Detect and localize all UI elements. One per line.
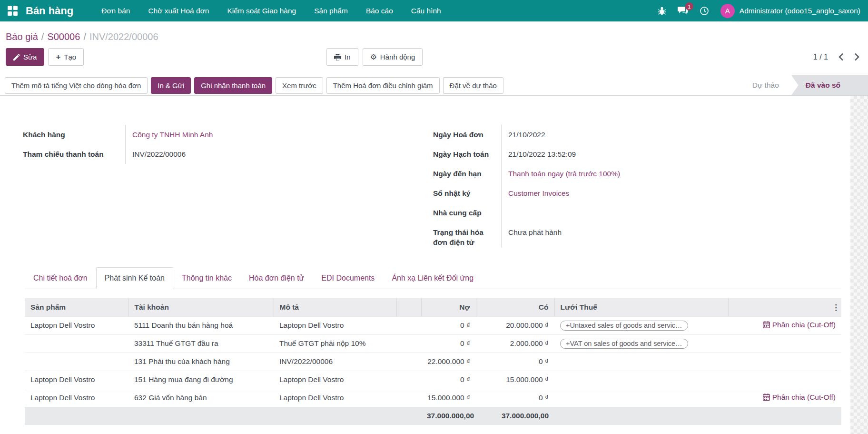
col-header-tax-grid[interactable]: Lưới Thuế bbox=[554, 298, 728, 316]
cell-debit: 0 ₫ bbox=[421, 334, 476, 353]
messages-badge: 1 bbox=[685, 2, 693, 10]
debug-bug-icon[interactable] bbox=[658, 6, 666, 16]
cell-description: Laptopn Dell Vostro bbox=[274, 371, 396, 389]
reset-to-draft-button[interactable]: Đặt về dự thảo bbox=[443, 77, 503, 94]
field-value-vendor bbox=[501, 203, 725, 222]
cell-account: 5111 Doanh thu bán hàng hoá bbox=[128, 316, 274, 334]
cell-debit: 15.000.000 ₫ bbox=[421, 389, 476, 407]
calendar-icon bbox=[763, 394, 770, 401]
printer-icon bbox=[334, 54, 341, 61]
field-value-accounting-date: 21/10/2022 13:52:09 bbox=[501, 144, 725, 164]
print-and-send-button[interactable]: In & Gửi bbox=[151, 77, 191, 94]
field-label-journal: Sổ nhật ký bbox=[432, 183, 501, 203]
preview-button[interactable]: Xem trước bbox=[276, 77, 323, 94]
breadcrumb-link-s00006[interactable]: S00006 bbox=[47, 31, 80, 42]
menu-san-pham[interactable]: Sản phẩm bbox=[305, 0, 357, 21]
document-buttons: In ⚙ Hành động bbox=[326, 48, 423, 66]
menu-cho-xuat-hoa-don[interactable]: Chờ xuất Hoá đơn bbox=[139, 0, 218, 21]
menu-cau-hinh[interactable]: Cấu hình bbox=[402, 0, 450, 21]
table-footer-row: 37.000.000,00 37.000.000,00 bbox=[25, 407, 841, 425]
statusbar: Thêm mô tả tiếng Việt cho dòng hóa đơn I… bbox=[0, 75, 868, 96]
apps-grid-icon[interactable] bbox=[8, 6, 18, 16]
gear-icon: ⚙ bbox=[370, 52, 377, 61]
record-buttons: Sửa + Tạo bbox=[6, 48, 84, 66]
col-header-debit[interactable]: Nợ bbox=[421, 298, 476, 316]
cell-product bbox=[25, 334, 128, 353]
breadcrumb: Báo giá/S00006/INV/2022/00006 bbox=[6, 31, 158, 42]
cell-debit: 0 ₫ bbox=[421, 371, 476, 389]
cell-product: Laptopn Dell Vostro bbox=[25, 371, 128, 389]
tab-einvoice[interactable]: Hóa đơn điện tử bbox=[240, 267, 313, 289]
pager-next-chevron-right-icon[interactable] bbox=[854, 53, 859, 61]
cutoff-link[interactable]: Phân chia (Cut-Off) bbox=[763, 393, 836, 402]
state-draft[interactable]: Dự thảo bbox=[747, 75, 791, 95]
breadcrumb-link-bao-gia[interactable]: Báo giá bbox=[6, 31, 38, 42]
menu-bao-cao[interactable]: Báo cáo bbox=[357, 0, 402, 21]
cell-description: Thuế GTGT phải nộp 10% bbox=[274, 334, 396, 353]
systray: 1 A Administrator (odoo15_anglo_saxon) bbox=[658, 4, 868, 18]
cutoff-link[interactable]: Phân chia (Cut-Off) bbox=[763, 321, 836, 329]
tab-journal-items[interactable]: Phát sinh Kế toán bbox=[96, 267, 173, 289]
add-vietnamese-description-button[interactable]: Thêm mô tả tiếng Việt cho dòng hóa đơn bbox=[5, 77, 148, 94]
user-avatar[interactable]: A bbox=[720, 4, 735, 18]
print-button[interactable]: In bbox=[326, 48, 358, 66]
field-label-vendor: Nhà cung cấp bbox=[432, 203, 501, 222]
pencil-icon bbox=[13, 54, 20, 61]
field-label-accounting-date: Ngày Hạch toán bbox=[432, 144, 501, 164]
menu-kiem-soat-giao-hang[interactable]: Kiểm soát Giao hàng bbox=[218, 0, 305, 21]
table-row[interactable]: Laptopn Dell Vostro 5111 Doanh thu bán h… bbox=[25, 316, 841, 334]
plus-icon: + bbox=[56, 52, 60, 62]
table-row[interactable]: 131 Phải thu của khách hàng INV/2022/000… bbox=[25, 353, 841, 371]
cell-credit: 2.000.000 ₫ bbox=[476, 334, 554, 353]
col-header-empty bbox=[396, 298, 421, 316]
table-row[interactable]: Laptopn Dell Vostro 632 Giá vốn hàng bán… bbox=[25, 389, 841, 407]
app-title[interactable]: Bán hàng bbox=[26, 5, 73, 17]
cell-account: 33311 Thuế GTGT đầu ra bbox=[128, 334, 274, 353]
state-posted[interactable]: Đã vào sổ bbox=[791, 75, 868, 95]
table-row[interactable]: 33311 Thuế GTGT đầu ra Thuế GTGT phải nộ… bbox=[25, 334, 841, 353]
breadcrumb-separator: / bbox=[83, 31, 86, 42]
pager-value[interactable]: 1 / 1 bbox=[813, 53, 828, 61]
menu-don-ban[interactable]: Đơn bán bbox=[92, 0, 139, 21]
field-label-due-date: Ngày đến hạn bbox=[432, 164, 501, 183]
tab-other-info[interactable]: Thông tin khác bbox=[173, 267, 240, 289]
cell-credit: 0 ₫ bbox=[476, 389, 554, 407]
tab-partner-mapping[interactable]: Ánh xạ Liên kết Đối ứng bbox=[383, 267, 482, 289]
cell-product: Laptopn Dell Vostro bbox=[25, 389, 128, 407]
user-menu[interactable]: A Administrator (odoo15_anglo_saxon) bbox=[720, 4, 860, 18]
journal-items-table: Sản phẩm Tài khoản Mô tả Nợ Có Lưới Thuế… bbox=[25, 298, 841, 425]
activity-clock-icon[interactable] bbox=[700, 6, 709, 16]
tax-grid-tag: +Untaxed sales of goods and servic… bbox=[560, 321, 688, 331]
odoo-window: Bán hàng Đơn bán Chờ xuất Hoá đơn Kiểm s… bbox=[0, 0, 868, 434]
col-header-credit[interactable]: Có bbox=[476, 298, 554, 316]
register-payment-button[interactable]: Ghi nhận thanh toán bbox=[194, 77, 272, 94]
customer-link[interactable]: Công ty TNHH Minh Anh bbox=[132, 131, 213, 139]
right-transparency-strip bbox=[850, 96, 868, 434]
action-button[interactable]: ⚙ Hành động bbox=[363, 48, 423, 66]
credit-total: 37.000.000,00 bbox=[476, 407, 554, 425]
cell-description: INV/2022/00006 bbox=[274, 353, 396, 371]
table-row[interactable]: Laptopn Dell Vostro 151 Hàng mua đang đi… bbox=[25, 371, 841, 389]
field-value-journal: Customer Invoices bbox=[501, 183, 725, 203]
col-header-account[interactable]: Tài khoản bbox=[128, 298, 274, 316]
col-header-last: ⋮ bbox=[728, 298, 841, 316]
debit-total: 37.000.000,00 bbox=[421, 407, 476, 425]
tab-invoice-lines[interactable]: Chi tiết hoá đơn bbox=[25, 267, 96, 289]
messages-chat-icon[interactable]: 1 bbox=[678, 6, 688, 15]
pager: 1 / 1 bbox=[813, 48, 859, 66]
journal-link[interactable]: Customer Invoices bbox=[508, 189, 569, 197]
add-credit-note-button[interactable]: Thêm Hoá đơn điều chỉnh giảm bbox=[326, 77, 440, 94]
tab-edi-documents[interactable]: EDI Documents bbox=[313, 267, 383, 289]
pager-prev-chevron-left-icon[interactable] bbox=[838, 53, 844, 61]
breadcrumb-separator: / bbox=[41, 31, 44, 42]
user-name: Administrator (odoo15_anglo_saxon) bbox=[740, 7, 860, 15]
cell-description: Laptopn Dell Vostro bbox=[274, 389, 396, 407]
cell-account: 151 Hàng mua đang đi đường bbox=[128, 371, 274, 389]
col-header-product[interactable]: Sản phẩm bbox=[25, 298, 128, 316]
col-header-description[interactable]: Mô tả bbox=[274, 298, 396, 316]
field-value-customer: Công ty TNHH Minh Anh bbox=[125, 125, 392, 144]
create-button[interactable]: + Tạo bbox=[48, 48, 84, 66]
optional-columns-vertical-ellipsis-icon[interactable]: ⋮ bbox=[832, 298, 840, 316]
payment-terms-link[interactable]: Thanh toán ngay (trả trước 100%) bbox=[508, 170, 620, 178]
edit-button[interactable]: Sửa bbox=[6, 48, 44, 66]
